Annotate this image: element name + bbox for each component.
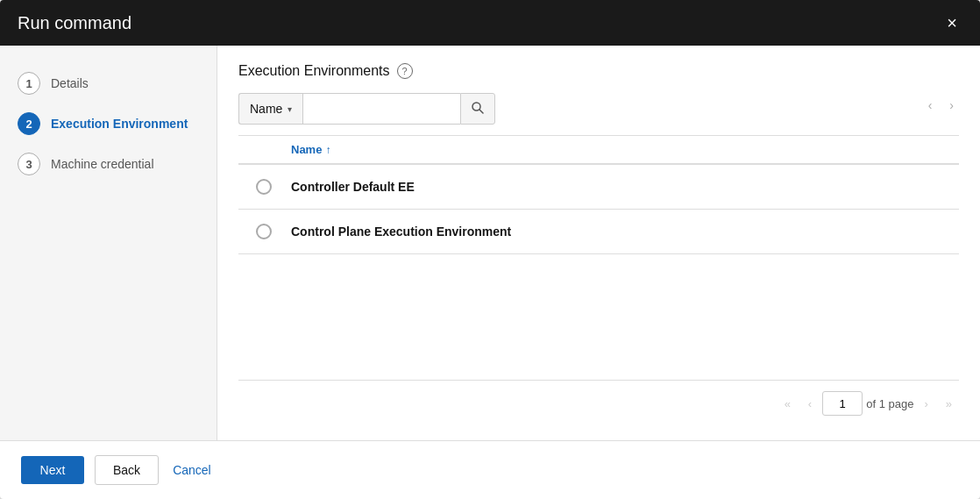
modal-title: Run command <box>18 13 131 33</box>
radio-control-plane-ee[interactable] <box>256 224 272 239</box>
step-label-details: Details <box>51 76 89 90</box>
pagination-bottom: « ‹ of 1 page › » <box>238 380 959 423</box>
svg-line-1 <box>479 110 483 113</box>
page-next-button-top[interactable]: › <box>944 96 959 114</box>
step-label-machine-credential: Machine credential <box>51 157 154 171</box>
sidebar-item-execution-environment[interactable]: 2 Execution Environment <box>0 103 217 144</box>
radio-controller-default-ee[interactable] <box>256 179 272 195</box>
search-bar: Name ▾ ‹ › <box>238 93 959 125</box>
page-first-button[interactable]: « <box>778 394 798 414</box>
page-prev-button[interactable]: ‹ <box>801 394 819 414</box>
table-header: Name ↑ <box>238 136 959 165</box>
sort-asc-icon: ↑ <box>325 144 330 156</box>
main-content: Execution Environments ? Name ▾ <box>217 46 980 440</box>
row-name-controller-default-ee: Controller Default EE <box>291 180 415 194</box>
filter-label: Name <box>250 102 282 116</box>
cancel-button[interactable]: Cancel <box>169 456 215 484</box>
table-area: Name ↑ Controller Default EE Control Pla… <box>238 135 959 380</box>
page-info: of 1 page <box>866 397 913 410</box>
table-row[interactable]: Control Plane Execution Environment <box>238 210 959 254</box>
modal-header: Run command × <box>0 0 980 46</box>
close-button[interactable]: × <box>941 12 962 33</box>
search-button[interactable] <box>460 93 495 125</box>
row-name-control-plane-ee: Control Plane Execution Environment <box>291 225 511 239</box>
sidebar-item-machine-credential[interactable]: 3 Machine credential <box>0 144 217 184</box>
step-number-2: 2 <box>18 112 40 135</box>
step-number-3: 3 <box>18 153 40 175</box>
header-name-col[interactable]: Name ↑ <box>291 143 330 156</box>
help-icon[interactable]: ? <box>397 63 413 79</box>
page-last-button[interactable]: » <box>939 394 959 414</box>
page-prev-button-top[interactable]: ‹ <box>923 96 938 114</box>
step-number-1: 1 <box>18 72 40 95</box>
sidebar-item-details[interactable]: 1 Details <box>0 63 217 103</box>
search-input[interactable] <box>302 93 460 125</box>
sidebar: 1 Details 2 Execution Environment 3 Mach… <box>0 46 217 440</box>
chevron-down-icon: ▾ <box>288 104 292 114</box>
filter-dropdown[interactable]: Name ▾ <box>238 93 302 125</box>
section-header: Execution Environments ? <box>238 63 959 79</box>
page-number-input[interactable] <box>822 391 863 416</box>
modal-body: 1 Details 2 Execution Environment 3 Mach… <box>0 46 980 440</box>
page-next-button[interactable]: › <box>917 394 934 414</box>
next-button[interactable]: Next <box>21 456 84 484</box>
search-icon <box>472 102 484 117</box>
step-label-execution-environment: Execution Environment <box>51 117 188 131</box>
footer: Next Back Cancel <box>0 440 980 499</box>
section-title: Execution Environments <box>238 63 390 79</box>
table-row[interactable]: Controller Default EE <box>238 165 959 210</box>
back-button[interactable]: Back <box>95 455 159 485</box>
run-command-modal: Run command × 1 Details 2 Execution Envi… <box>0 0 980 499</box>
